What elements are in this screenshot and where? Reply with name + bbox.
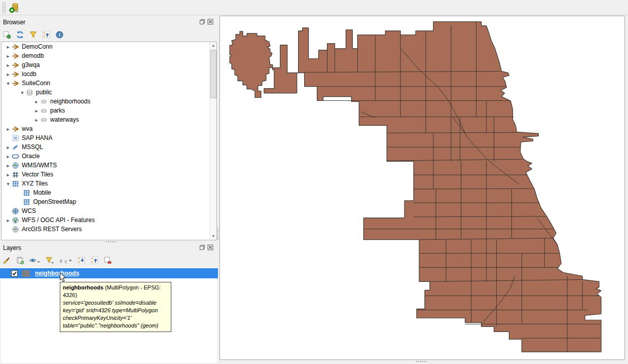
filter-browser-icon (29, 30, 38, 39)
tree-item-mssql[interactable]: ▸MSSQL (2, 142, 216, 152)
remove-layer-button[interactable] (103, 255, 112, 265)
collapse-all-button[interactable] (90, 255, 99, 265)
layer-name[interactable]: neighborhoods (35, 270, 79, 277)
tree-item-arcgis-rest-servers[interactable]: ArcGIS REST Servers (2, 225, 216, 234)
chevron-right-icon[interactable]: ▸ (33, 117, 40, 123)
float-panel-button[interactable] (199, 18, 206, 25)
chevron-right-icon[interactable]: ▸ (5, 44, 12, 50)
sap-hana-icon (12, 134, 21, 142)
arcgis-globe-icon (12, 226, 21, 233)
layer-row-neighborhoods[interactable]: neighborhoods (0, 268, 218, 278)
tree-item-waterways[interactable]: ▸waterways (2, 115, 216, 124)
close-panel-button[interactable] (207, 18, 214, 25)
scrollbar-thumb[interactable] (210, 50, 216, 98)
filter-expression-button[interactable]: ε (59, 255, 72, 265)
add-selected-layers-icon (3, 30, 11, 39)
window-resize-grip[interactable] (416, 360, 427, 363)
tree-item-label: g3wqa (21, 61, 40, 68)
wfs-globe-icon (12, 216, 21, 224)
tooltip-title: neighborhoods (MultiPolygon - EPSG:4326) (63, 284, 168, 299)
tree-item-label: WCS (21, 207, 36, 214)
chevron-right-icon[interactable]: ▸ (5, 62, 12, 68)
tree-item-parks[interactable]: ▸parks (2, 106, 216, 115)
tree-item-wcs[interactable]: WCS (2, 206, 216, 215)
tree-item-suiteconn[interactable]: ▾SuiteConn (2, 79, 216, 88)
refresh-button[interactable] (16, 29, 24, 40)
browser-panel-titlebar: Browser (0, 17, 218, 28)
tree-item-public[interactable]: ▾public (2, 88, 216, 97)
browser-scrollbar[interactable]: ▲ ▼ (209, 42, 216, 240)
tree-item-g3wqa[interactable]: ▸g3wqa (2, 60, 216, 69)
chevron-right-icon[interactable]: ▸ (33, 99, 40, 104)
chevron-down-icon[interactable]: ▾ (5, 181, 12, 187)
scroll-up-icon[interactable]: ▲ (210, 42, 217, 49)
chevron-right-icon[interactable]: ▸ (5, 172, 12, 177)
tree-item-sap-hana[interactable]: SAP HANA (2, 133, 216, 142)
chevron-right-icon[interactable]: ▸ (5, 163, 12, 168)
expand-all-button[interactable] (77, 255, 86, 265)
tree-item-label: demodb (21, 52, 44, 59)
tree-item-demodb[interactable]: ▸demodb (2, 51, 216, 60)
wcs-globe-icon (12, 207, 21, 215)
chevron-right-icon[interactable]: ▸ (5, 126, 12, 132)
collapse-all-icon (42, 30, 51, 39)
expand-all-icon (77, 256, 86, 265)
tree-item-oracle[interactable]: ▸Oracle (2, 152, 216, 161)
toolbar-drag-handle[interactable] (2, 2, 6, 13)
app-toolbar (0, 0, 628, 15)
scroll-down-icon[interactable]: ▼ (210, 233, 217, 240)
tooltip-detail-line: checkPrimaryKeyUnicity='1' (63, 314, 168, 322)
tree-item-label: parks (49, 107, 65, 114)
tree-item-openstreetmap[interactable]: OpenStreetMap (2, 197, 216, 206)
chevron-down-icon[interactable]: ▾ (19, 90, 26, 95)
neighborhoods-layer-polygons (220, 16, 624, 359)
chevron-right-icon[interactable]: ▸ (5, 71, 12, 77)
tooltip-detail-line: key='gid' srid=4326 type=MultiPolygon (63, 307, 168, 314)
mouse-cursor-icon (59, 272, 66, 284)
add-group-button[interactable] (16, 255, 24, 265)
chevron-right-icon[interactable]: ▸ (5, 217, 12, 223)
layers-toolbar: ε (0, 253, 218, 267)
svg-text:i: i (59, 32, 60, 38)
add-group-icon (16, 256, 24, 265)
tree-item-label: SuiteConn (21, 80, 50, 87)
filter-legend-button[interactable] (45, 255, 55, 265)
chevron-right-icon[interactable]: ▸ (5, 53, 12, 59)
chevron-right-icon[interactable]: ▸ (5, 144, 12, 150)
filter-legend-icon (45, 256, 55, 265)
tree-item-mobile[interactable]: Mobile (2, 188, 216, 197)
layer-styling-button[interactable] (3, 255, 11, 265)
layer-color-swatch (22, 270, 30, 277)
chevron-right-icon[interactable]: ▸ (33, 108, 40, 114)
close-panel-button[interactable] (207, 244, 214, 251)
tree-item-wva[interactable]: ▸wva (2, 124, 216, 133)
tree-item-locdb[interactable]: ▸locdb (2, 69, 216, 79)
collapse-all-button[interactable] (42, 29, 51, 40)
float-panel-button[interactable] (199, 244, 206, 251)
tree-item-wfs-ogc-api-features[interactable]: ▸WFS / OGC API - Features (2, 215, 216, 225)
properties-info-button[interactable]: i (55, 29, 64, 40)
tree-item-xyz-tiles[interactable]: ▾XYZ Tiles (2, 179, 216, 188)
tree-item-neighborhoods[interactable]: ▸neighborhoods (2, 97, 216, 106)
map-themes-eye-button[interactable] (29, 255, 41, 265)
tree-item-label: DemoConn (21, 43, 53, 50)
map-canvas[interactable] (219, 16, 625, 360)
tree-item-label: waterways (49, 116, 79, 123)
browser-tree: ▸DemoConn▸demodb▸g3wqa▸locdb▾SuiteConn▾p… (1, 42, 217, 240)
add-selected-layers-button[interactable] (3, 29, 11, 40)
xyz-tiles-icon (12, 180, 21, 188)
layer-visibility-checkbox[interactable] (11, 270, 18, 277)
postgis-database-gear-icon[interactable] (8, 1, 21, 14)
chevron-right-icon[interactable]: ▸ (5, 154, 12, 159)
tree-item-label: WMS/WMTS (21, 162, 57, 169)
chevron-down-icon[interactable]: ▾ (5, 81, 12, 86)
tree-item-label: public (35, 89, 52, 96)
tree-item-democonn[interactable]: ▸DemoConn (2, 42, 216, 51)
browser-toolbar: i (0, 28, 218, 41)
tree-item-wms-wmts[interactable]: ▸WMS/WMTS (2, 161, 216, 170)
filter-browser-button[interactable] (29, 29, 38, 40)
postgis-connection-icon (12, 80, 21, 87)
browser-panel-title: Browser (3, 19, 25, 26)
tree-item-vector-tiles[interactable]: ▸Vector Tiles (2, 170, 216, 179)
postgis-connection-icon (12, 70, 21, 78)
